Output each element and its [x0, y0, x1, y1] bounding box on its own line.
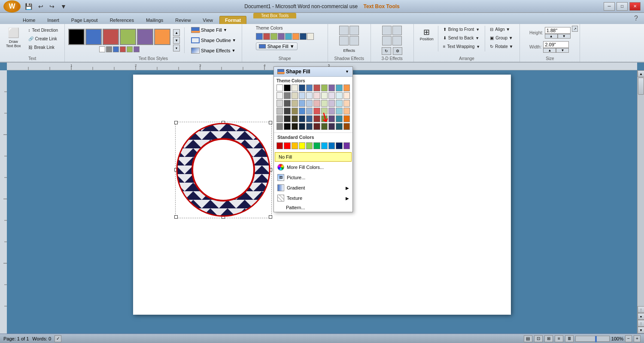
std-color-7[interactable]	[328, 142, 335, 149]
style-small-5[interactable]	[127, 46, 133, 52]
theme-swatch-0-9[interactable]	[343, 84, 350, 91]
styles-scroll-up[interactable]: ▲	[173, 29, 180, 36]
quick-access-redo[interactable]: ↪	[48, 2, 56, 11]
theme-swatch-1-4[interactable]	[306, 92, 313, 99]
width-up[interactable]: ▲	[543, 48, 556, 53]
rotate-button[interactable]: ↻ Rotate ▼	[487, 43, 516, 50]
std-color-6[interactable]	[321, 142, 328, 149]
shape-color-2[interactable]	[263, 33, 270, 40]
ribbon-help[interactable]: ?	[634, 15, 638, 22]
scroll-track[interactable]	[638, 77, 644, 306]
style-swatch-1[interactable]	[68, 29, 85, 45]
gradient-item[interactable]: Gradient ▶	[274, 183, 352, 193]
style-swatch-2[interactable]	[85, 29, 102, 45]
tab-review[interactable]: Review	[170, 16, 196, 24]
text-direction-button[interactable]: ↕ Text Direction	[25, 27, 61, 34]
shadow-btn-1[interactable]	[339, 26, 349, 35]
shape-outline-button[interactable]: Shape Outline ▼	[189, 36, 238, 45]
theme-swatch-1-1[interactable]	[284, 92, 290, 99]
texture-item[interactable]: Texture ▶	[274, 193, 352, 203]
shape-color-7[interactable]	[300, 33, 307, 40]
3d-btn-1[interactable]	[382, 26, 392, 35]
quick-access-undo[interactable]: ↩	[36, 2, 45, 11]
theme-swatch-0-7[interactable]	[328, 84, 335, 91]
std-color-1[interactable]	[284, 142, 290, 149]
no-fill-item[interactable]: No Fill	[275, 152, 352, 162]
style-small-1[interactable]	[99, 46, 105, 52]
theme-swatch-1-5[interactable]	[313, 92, 320, 99]
bring-to-front-button[interactable]: ⬆ Bring to Front ▼	[440, 26, 483, 33]
maximize-button[interactable]: □	[617, 2, 628, 11]
shape-effects-button[interactable]: Shape Effects ▼	[189, 46, 238, 55]
height-input[interactable]	[545, 27, 571, 34]
theme-swatch-0-6[interactable]	[321, 84, 328, 91]
tab-page-layout[interactable]: Page Layout	[66, 16, 103, 24]
zoom-slider[interactable]	[575, 336, 610, 342]
style-small-6[interactable]	[134, 46, 140, 52]
style-small-3[interactable]	[113, 46, 119, 52]
zoom-out-btn[interactable]: −	[625, 335, 632, 342]
shape-color-6[interactable]	[292, 33, 299, 40]
scroll-prev-page[interactable]: ⋮	[638, 306, 644, 313]
tab-references[interactable]: References	[104, 16, 140, 24]
shape-color-4[interactable]	[278, 33, 285, 40]
shadow-btn-3[interactable]	[339, 36, 349, 45]
shape-color-1[interactable]	[256, 33, 263, 40]
width-down[interactable]: ▼	[556, 48, 569, 53]
style-small-2[interactable]	[106, 46, 112, 52]
shadow-btn-4[interactable]	[349, 36, 359, 45]
std-color-3[interactable]	[299, 142, 305, 149]
theme-swatch-1-3[interactable]	[299, 92, 305, 99]
theme-swatch-0-2[interactable]	[292, 84, 298, 91]
theme-swatch-0-5[interactable]	[313, 84, 320, 91]
picture-item[interactable]: 🖼 Picture...	[274, 172, 352, 183]
3d-btn-2[interactable]	[392, 26, 402, 35]
shape-fill-button[interactable]: Shape Fill ▼	[189, 26, 238, 34]
full-screen-btn[interactable]: ⊡	[534, 335, 543, 342]
print-layout-btn[interactable]: ▤	[524, 335, 532, 342]
align-button[interactable]: ⊟ Align ▼	[487, 26, 516, 33]
theme-swatch-0-3[interactable]	[299, 84, 305, 91]
style-swatch-4[interactable]	[120, 29, 136, 45]
theme-swatch-1-7[interactable]	[328, 92, 335, 99]
circle-shape[interactable]	[176, 123, 270, 218]
3d-btn-3[interactable]	[382, 36, 392, 45]
theme-swatch-0-0[interactable]	[276, 84, 283, 91]
scroll-thumb[interactable]	[638, 78, 644, 95]
theme-swatch-1-9[interactable]	[343, 92, 350, 99]
group-button[interactable]: ▣ Group ▼	[487, 34, 516, 42]
effects-on-off-button[interactable]: Effects	[340, 47, 358, 54]
outline-btn[interactable]: ≡	[555, 335, 563, 342]
draft-btn[interactable]: ≣	[565, 335, 574, 342]
style-swatch-3[interactable]	[103, 29, 119, 45]
more-fill-colors-item[interactable]: More Fill Colors...	[274, 162, 352, 172]
style-swatch-5[interactable]	[137, 29, 153, 45]
web-layout-btn[interactable]: ⊞	[544, 335, 553, 342]
close-button[interactable]: ✕	[629, 2, 641, 11]
spelling-check[interactable]: ✓	[55, 335, 61, 342]
shadow-btn-2[interactable]	[349, 26, 359, 35]
tab-mailings[interactable]: Mailings	[140, 16, 169, 24]
std-color-9[interactable]	[343, 142, 350, 149]
std-color-8[interactable]	[336, 142, 342, 149]
theme-swatch-1-8[interactable]	[336, 92, 342, 99]
theme-swatch-1-0[interactable]	[276, 92, 283, 99]
theme-swatch-1-2[interactable]	[292, 92, 298, 99]
size-dialog-launcher[interactable]: ↗	[572, 26, 578, 32]
text-wrapping-button[interactable]: ≡ Text Wrapping ▼	[440, 43, 483, 50]
height-up[interactable]: ▲	[545, 34, 558, 39]
style-swatch-6[interactable]	[154, 29, 170, 45]
draw-text-box-button[interactable]: ⬜ DrawText Box	[3, 26, 24, 50]
width-input[interactable]	[543, 41, 569, 48]
position-button[interactable]: ⊞ Position	[417, 26, 436, 43]
height-down[interactable]: ▼	[558, 34, 571, 39]
styles-scroll-down[interactable]: ▼	[173, 37, 180, 44]
scroll-down-button[interactable]: ▼	[638, 327, 644, 334]
shape-color-3[interactable]	[270, 33, 277, 40]
zoom-in-btn[interactable]: +	[634, 335, 641, 342]
theme-swatch-0-1[interactable]	[284, 84, 290, 91]
std-color-0[interactable]	[276, 142, 283, 149]
tab-view[interactable]: View	[197, 16, 219, 24]
tab-home[interactable]: Home	[17, 16, 41, 24]
std-color-4[interactable]	[306, 142, 313, 149]
